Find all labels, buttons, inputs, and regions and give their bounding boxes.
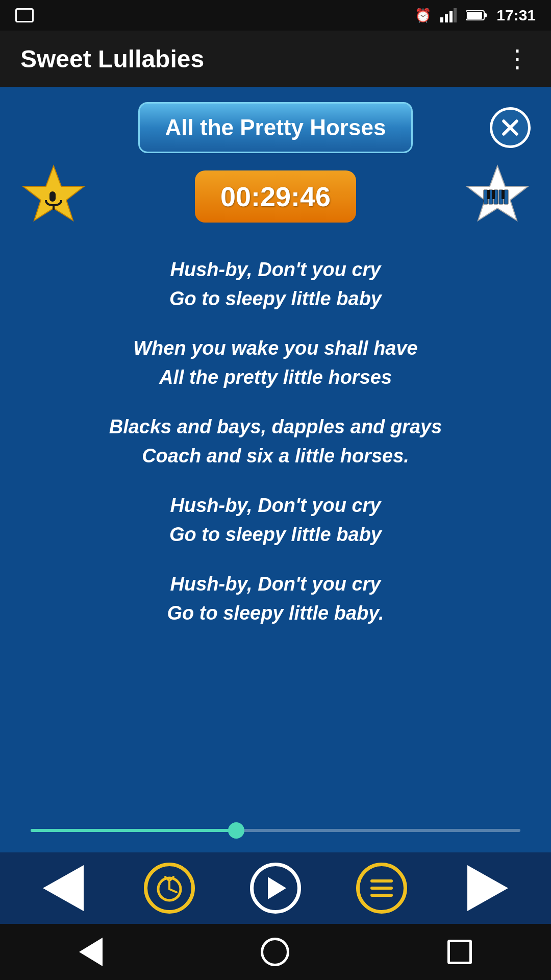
- battery-icon: [466, 10, 487, 21]
- lyrics-line: Hush-by, Don't you cry: [167, 570, 384, 599]
- svg-line-21: [169, 889, 177, 892]
- overflow-menu-button[interactable]: ⋮: [505, 44, 531, 73]
- lyrics-area: Hush-by, Don't you cry Go to sleepy litt…: [20, 245, 531, 824]
- svg-rect-3: [454, 8, 457, 22]
- timer-display: 00:29:46: [195, 170, 356, 223]
- lyrics-line: All the pretty little horses: [133, 363, 418, 392]
- karaoke-star-button[interactable]: [20, 163, 87, 230]
- controls-row: 00:29:46: [20, 163, 531, 230]
- svg-rect-17: [492, 190, 495, 199]
- bottom-controls: [0, 852, 551, 924]
- slider-track: [31, 829, 520, 832]
- lyrics-line: Go to sleepy little baby: [169, 284, 382, 313]
- signal-icon: [440, 8, 457, 22]
- arrow-left-icon: [43, 865, 84, 911]
- lyrics-line: Go to sleepy little baby: [169, 520, 382, 549]
- svg-rect-6: [467, 12, 482, 19]
- status-time: 17:31: [496, 7, 536, 24]
- app-title: Sweet Lullabies: [20, 45, 204, 73]
- svg-rect-2: [449, 11, 453, 22]
- lyrics-line: Go to sleepy little baby.: [167, 599, 384, 628]
- prev-button[interactable]: [38, 868, 89, 909]
- lines-icon: [370, 879, 393, 897]
- nav-home-button[interactable]: [261, 938, 289, 966]
- lyrics-line: When you wake you shall have: [133, 334, 418, 363]
- play-button[interactable]: [250, 863, 301, 914]
- lyrics-verse-1: Hush-by, Don't you cry Go to sleepy litt…: [169, 255, 382, 313]
- svg-rect-1: [445, 14, 448, 22]
- status-bar-left: [15, 8, 34, 22]
- lyrics-line: Coach and six a little horses.: [109, 442, 442, 471]
- karaoke-star-icon: [20, 163, 87, 230]
- piano-star-button[interactable]: [464, 163, 531, 230]
- app-bar: Sweet Lullabies ⋮: [0, 31, 551, 87]
- back-icon: [79, 938, 103, 966]
- slider-progress: [31, 829, 236, 832]
- svg-rect-18: [502, 190, 505, 199]
- playlist-button[interactable]: [356, 863, 407, 914]
- lyrics-line: Hush-by, Don't you cry: [169, 491, 382, 520]
- play-icon: [268, 877, 286, 899]
- svg-rect-0: [440, 17, 443, 22]
- arrow-right-icon: [467, 865, 508, 911]
- timer-button[interactable]: [144, 863, 195, 914]
- next-button[interactable]: [462, 868, 513, 909]
- image-icon: [15, 8, 34, 22]
- main-content: All the Pretty Horses 00:29:46: [0, 87, 551, 852]
- close-button[interactable]: [490, 107, 531, 148]
- lyrics-line: Blacks and bays, dapples and grays: [109, 412, 442, 442]
- lyrics-verse-5: Hush-by, Don't you cry Go to sleepy litt…: [167, 570, 384, 628]
- nav-back-button[interactable]: [79, 938, 103, 966]
- status-bar-right: ⏰ 17:31: [415, 7, 536, 24]
- status-bar: ⏰ 17:31: [0, 0, 551, 31]
- piano-star-icon: [464, 163, 531, 230]
- recents-icon: [447, 940, 472, 964]
- lyrics-verse-2: When you wake you shall have All the pre…: [133, 334, 418, 392]
- progress-slider-area[interactable]: [20, 824, 531, 837]
- lyrics-verse-4: Hush-by, Don't you cry Go to sleepy litt…: [169, 491, 382, 549]
- svg-rect-16: [487, 190, 490, 199]
- clock-icon: [154, 873, 185, 903]
- svg-rect-15: [504, 190, 508, 204]
- song-title-badge: All the Pretty Horses: [138, 102, 413, 153]
- home-icon: [261, 938, 289, 966]
- nav-bar: [0, 924, 551, 980]
- lyrics-line: Hush-by, Don't you cry: [169, 255, 382, 284]
- slider-thumb[interactable]: [228, 822, 244, 839]
- song-title-row: All the Pretty Horses: [20, 102, 531, 153]
- svg-rect-5: [484, 13, 487, 17]
- svg-rect-8: [49, 191, 56, 202]
- lyrics-verse-3: Blacks and bays, dapples and grays Coach…: [109, 412, 442, 471]
- alarm-icon: ⏰: [415, 8, 431, 23]
- nav-recents-button[interactable]: [447, 940, 472, 964]
